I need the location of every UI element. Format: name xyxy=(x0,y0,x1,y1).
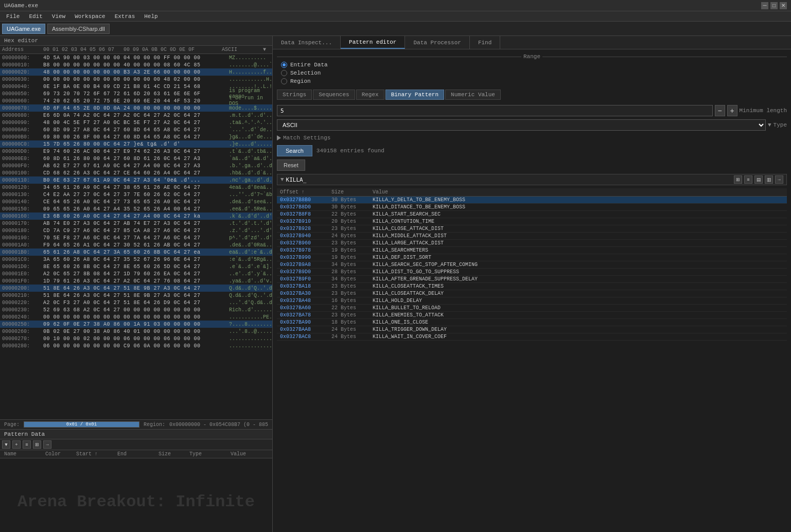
hex-view[interactable]: Address 00 01 02 03 04 05 06 07 00 09 0A… xyxy=(0,46,272,419)
hex-row[interactable]: 00000170: AB 74 E0 27 A3 0C 64 27 AB 74 … xyxy=(0,220,272,227)
hex-row[interactable]: 00000160: E3 6B 60 26 A0 0C 64 27 64 27 … xyxy=(0,212,272,220)
filter-btn-3[interactable]: ▤ xyxy=(754,175,763,184)
result-row[interactable]: 0x0327B9A8 34 Bytes KILLA_SEARCH_SEC_STO… xyxy=(277,261,787,269)
result-row[interactable]: 0x0327B910 20 Bytes KILLA_CONTUTION_TIME xyxy=(277,218,787,225)
menu-extras[interactable]: Extras xyxy=(111,12,139,21)
pattern-grid-btn[interactable]: ⊞ xyxy=(33,440,41,449)
hex-row[interactable]: 000000C0: 15 7D 65 26 80 00 0C 64 27 }e&… xyxy=(0,140,272,148)
reset-button[interactable]: Reset xyxy=(277,159,305,171)
hex-row[interactable]: 00000110: B0 6E 63 27 67 61 A9 0C 64 27 … xyxy=(0,176,272,184)
hex-row[interactable]: 000001D0: 8E 65 60 26 8B 0C 64 27 8E 65 … xyxy=(0,263,272,270)
hex-row[interactable]: 00000020: 48 00 00 00 00 00 00 00 B3 A3 … xyxy=(0,68,272,76)
result-row[interactable]: 0x0327B960 23 Bytes KILLA_LARGE_ATTACK_D… xyxy=(277,240,787,247)
hex-row[interactable]: 00000000: 4D 5A 90 00 03 00 00 00 04 00 … xyxy=(0,54,272,61)
hex-row[interactable]: 00000220: A2 0C F3 27 A0 0C 64 27 51 8E … xyxy=(0,299,272,306)
hex-row[interactable]: 00000080: E6 6D 0A 74 A2 0C 64 27 A2 0C … xyxy=(0,112,272,119)
radio-selection[interactable]: Selection xyxy=(281,70,787,76)
minimize-btn[interactable]: ─ xyxy=(761,2,768,9)
hex-row[interactable]: 00000060: 74 20 62 65 20 72 75 6E 20 69 … xyxy=(0,97,272,104)
hex-row[interactable]: 000000D0: E9 74 60 26 AC 00 64 27 E9 74 … xyxy=(0,148,272,155)
filter-input[interactable] xyxy=(286,176,732,183)
hex-row[interactable]: 000001A0: F9 64 65 26 A1 0C 64 27 30 52 … xyxy=(0,241,272,249)
hex-row[interactable]: 00000150: 09 65 65 26 A0 64 27 A4 35 52 … xyxy=(0,205,272,212)
tab-assembly[interactable]: Assembly-CSharp.dll xyxy=(47,24,110,34)
hex-row[interactable]: 00000190: 70 5E F8 27 A6 0C 0C 64 27 7A … xyxy=(0,234,272,241)
hex-row[interactable]: 00000210: 51 8E 64 26 A3 0C 64 27 51 8E … xyxy=(0,292,272,299)
pattern-add-btn[interactable]: + xyxy=(12,440,21,449)
hex-row[interactable]: 00000180: CD 7A C9 27 A6 0C 64 27 85 CA … xyxy=(0,227,272,234)
radio-entire-data[interactable]: Entire Data xyxy=(281,62,787,68)
tab-binary-pattern[interactable]: Binary Pattern xyxy=(385,90,444,100)
hex-row[interactable]: 00000130: C4 E2 AA 27 27 0C 64 27 37 7E … xyxy=(0,191,272,198)
hex-row[interactable]: 00000240: 00 00 00 00 00 00 00 00 00 00 … xyxy=(0,313,272,321)
search-button[interactable]: Search xyxy=(277,145,312,156)
menu-edit[interactable]: Edit xyxy=(25,12,46,21)
result-row[interactable]: 0x0327B978 19 Bytes KILLA_SEARCHMETERS xyxy=(277,247,787,254)
result-row[interactable]: 0x0327B8F8 22 Bytes KILLA_START_SEARCH_S… xyxy=(277,211,787,218)
hex-row[interactable]: 00000260: 0B 02 0E 27 00 38 A0 86 40 01 … xyxy=(0,328,272,335)
result-row[interactable]: 0x0327BAA8 24 Bytes KILLA_TRIGGER_DOWN_D… xyxy=(277,326,787,333)
hex-row[interactable]: 000001C0: 3A 65 60 26 A8 0C 64 27 35 52 … xyxy=(0,256,272,263)
result-row[interactable]: 0x0327B9F0 34 Bytes KILLA_AFTER_GRENADE_… xyxy=(277,276,787,283)
search-input[interactable] xyxy=(277,105,713,116)
result-row[interactable]: 0x0327B8B0 30 Bytes KILLA_Y_DELTA_TO_BE_… xyxy=(277,197,787,204)
result-row[interactable]: 0x0327B940 24 Bytes KILLA_MIDDLE_ATTACK_… xyxy=(277,233,787,240)
tab-data-inspect[interactable]: Data Inspect... xyxy=(273,36,341,49)
tab-sequences[interactable]: Sequences xyxy=(313,90,355,100)
close-btn[interactable]: ✕ xyxy=(780,2,787,9)
hex-row[interactable]: 00000230: 52 69 63 68 A2 0C 64 27 00 00 … xyxy=(0,306,272,313)
result-row[interactable]: 0x0327BA90 18 Bytes KILLA_ONE_IS_CLOSE xyxy=(277,319,787,326)
menu-file[interactable]: File xyxy=(2,12,24,21)
hex-row[interactable]: 00000200: 51 8E 64 26 A3 0C 64 27 51 8E … xyxy=(0,285,272,292)
match-settings[interactable]: Match Settings xyxy=(277,134,787,142)
menu-view[interactable]: View xyxy=(48,12,69,21)
result-row[interactable]: 0x0327BA60 22 Bytes KILLA_BULLET_TO_RELO… xyxy=(277,305,787,312)
pattern-export-btn[interactable]: → xyxy=(43,440,51,449)
tab-numeric-value[interactable]: Numeric Value xyxy=(445,90,501,100)
hex-row[interactable]: 00000270: 00 10 00 00 02 00 00 00 06 00 … xyxy=(0,335,272,342)
result-row[interactable]: 0x0327BA30 23 Bytes KILLA_CLOSEATTACK_DE… xyxy=(277,290,787,297)
filter-btn-5[interactable]: → xyxy=(775,175,783,184)
hex-row[interactable]: 00000090: 48 00 4C 5E F7 27 A0 0C BC 5E … xyxy=(0,119,272,126)
tab-find[interactable]: Find xyxy=(470,36,500,49)
tab-strings[interactable]: Strings xyxy=(277,90,312,100)
result-row[interactable]: 0x0327BA48 16 Bytes KILLA_HOLD_DELAY xyxy=(277,297,787,305)
hex-row[interactable]: 000000A0: 60 8D 09 27 A8 0C 64 27 60 8D … xyxy=(0,126,272,133)
hex-row[interactable]: 00000070: 6D 6F 64 65 2E 0D 0D 0A 24 00 … xyxy=(0,104,272,112)
filter-btn-4[interactable]: ▥ xyxy=(765,175,773,184)
hex-row[interactable]: 000001E0: A2 0C 65 27 8B 08 64 27 1D 79 … xyxy=(0,270,272,277)
hex-row[interactable]: 000001B0: 65 61 26 A8 0C 64 27 3A 65 60 … xyxy=(0,249,272,256)
tab-uagame[interactable]: UAGame.exe xyxy=(2,24,45,34)
hex-row[interactable]: 00000120: 34 65 61 26 A9 0C 64 27 38 65 … xyxy=(0,184,272,191)
radio-region[interactable]: Region xyxy=(281,78,787,84)
hex-row[interactable]: 00000030: 00 00 00 00 00 00 00 00 00 00 … xyxy=(0,76,272,83)
result-row[interactable]: 0x0327B9D0 28 Bytes KILLA_DIST_TO_GO_TO_… xyxy=(277,269,787,276)
filter-btn-2[interactable]: ≡ xyxy=(744,175,752,184)
hex-row[interactable]: 000000B0: 69 80 00 26 8F 00 64 27 60 8D … xyxy=(0,133,272,140)
result-row[interactable]: 0x0327BA78 23 Bytes KILLA_ENEMIES_TO_ATT… xyxy=(277,312,787,319)
tab-pattern-editor[interactable]: Pattern editor xyxy=(341,36,405,49)
result-row[interactable]: 0x0327B990 19 Bytes KILLA_DEF_DIST_SORT xyxy=(277,254,787,261)
hex-row[interactable]: 000000E0: 60 8D 61 26 80 00 64 27 60 8D … xyxy=(0,155,272,162)
hex-row[interactable]: 00000100: CD 68 62 26 A3 0C 64 27 CE 64 … xyxy=(0,169,272,176)
result-row[interactable]: 0x0327BAC8 24 Bytes KILLA_WAIT_IN_COVER_… xyxy=(277,333,787,341)
pattern-filter-btn[interactable]: ▼ xyxy=(2,440,10,449)
hex-row[interactable]: 000000F0: AB 62 E7 27 67 61 A9 0C 64 27 … xyxy=(0,162,272,169)
result-row[interactable]: 0x0327B928 23 Bytes KILLA_CLOSE_ATTACK_D… xyxy=(277,225,787,233)
search-minus-btn[interactable]: − xyxy=(715,105,725,116)
hex-row[interactable]: 00000140: CE 64 65 26 A0 0C 64 27 73 65 … xyxy=(0,198,272,205)
menu-help[interactable]: Help xyxy=(140,12,162,21)
hex-row[interactable]: 00000280: 06 00 00 00 00 00 00 00 C9 06 … xyxy=(0,342,272,349)
type-select[interactable]: ASCII UTF-8 UTF-16 xyxy=(277,119,766,131)
result-row[interactable]: 0x0327B8D0 30 Bytes KILLA_DITANCE_TO_BE_… xyxy=(277,204,787,211)
search-plus-btn[interactable]: + xyxy=(727,105,737,116)
result-row[interactable]: 0x0327BA18 23 Bytes KILLA_CLOSEATTACK_TI… xyxy=(277,283,787,290)
pattern-list-btn[interactable]: ≡ xyxy=(23,440,31,449)
maximize-btn[interactable]: □ xyxy=(770,2,778,9)
scroll-indicator[interactable]: ▼ xyxy=(263,47,270,52)
tab-data-processor[interactable]: Data Processor xyxy=(405,36,469,49)
hex-row[interactable]: 00000010: B8 00 00 00 00 00 00 00 40 00 … xyxy=(0,61,272,68)
menu-workspace[interactable]: Workspace xyxy=(71,12,109,21)
tab-regex[interactable]: Regex xyxy=(356,90,384,100)
hex-row[interactable]: 000001F0: 1D 79 61 26 A3 0C 64 27 A2 0C … xyxy=(0,277,272,285)
